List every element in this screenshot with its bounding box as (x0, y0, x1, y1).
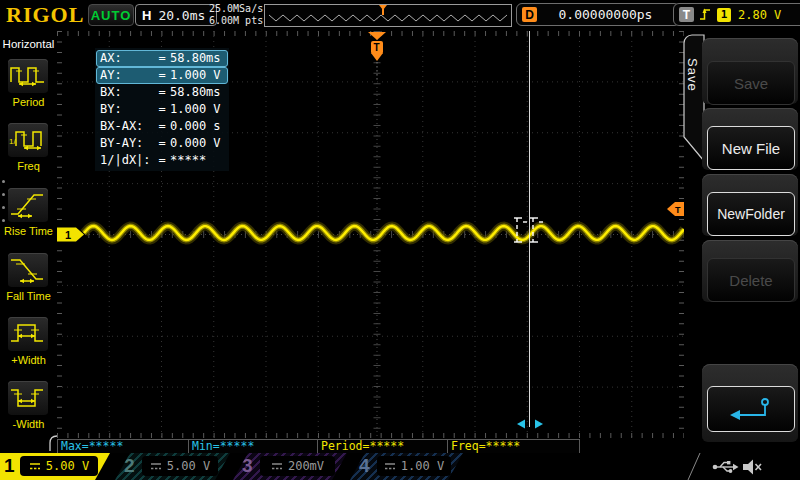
cursor-value: ***** (170, 153, 227, 168)
fall-time-icon (8, 253, 48, 287)
cursor-value: 1.000 V (170, 102, 227, 117)
graticule-display: T T 1 AX: = 58.80ms AY: = 1.000 V (57, 31, 684, 438)
horizontal-scale-box[interactable]: H 20.0ms (135, 4, 217, 26)
menu-scroll-dot (2, 219, 5, 222)
new-folder-button[interactable]: NewFolder (707, 192, 795, 236)
channel-scale: 5.00 V (46, 459, 89, 473)
ch1-offset-marker[interactable]: 1 (57, 227, 85, 243)
cursor-value: 58.80ms (170, 51, 227, 66)
dc-coupling-icon (29, 462, 41, 471)
freq-icon: 1/ (8, 123, 48, 157)
period-icon (8, 59, 48, 93)
delay-label: D (522, 7, 537, 22)
trigger-level-value: 2.80 V (738, 8, 781, 22)
rigol-logo: RIGOL (6, 2, 84, 28)
measure-item-period[interactable]: Period=***** (317, 439, 450, 454)
trigger-source-badge: 1 (717, 8, 731, 22)
menu-item-label: Rise Time (0, 225, 57, 237)
measure-item-freq[interactable]: Freq=***** (447, 439, 580, 454)
oscilloscope-screen: RIGOL AUTO H 20.0ms 25.0MSa/s 6.00M pts … (0, 0, 800, 480)
equals-sign: = (154, 51, 170, 66)
usb-icon (712, 458, 739, 476)
equals-sign: = (154, 136, 170, 151)
channel-1-tab[interactable]: 1 5.00 V (0, 453, 110, 480)
cursor-label: BY-AY: (97, 136, 154, 151)
memory-depth: 6.00M pts (209, 15, 263, 27)
cursor-label: AY: (97, 68, 154, 83)
menu-item-label: Fall Time (0, 290, 57, 302)
equals-sign: = (154, 102, 170, 117)
cursor-row-bx-ax[interactable]: BX-AX: = 0.000 s (96, 118, 228, 135)
channel-scale: 200mV (288, 459, 324, 473)
h-label: H (142, 8, 151, 23)
menu-item-label: +Width (0, 354, 57, 366)
menu-scroll-dot (2, 180, 5, 183)
cursor-readout-panel: AX: = 58.80ms AY: = 1.000 V BX: = 58.80m… (95, 48, 229, 171)
acquisition-info: 25.0MSa/s 6.00M pts (209, 3, 263, 27)
cursor-value: 0.000 s (170, 119, 227, 134)
trigger-level-label: T (675, 205, 681, 215)
run-status-badge[interactable]: AUTO (88, 4, 134, 26)
channel-number: 4 (359, 455, 370, 477)
cursor-label: BY: (97, 102, 154, 117)
minus-width-icon (8, 381, 48, 415)
cursor-value: 0.000 V (170, 136, 227, 151)
cursor-position-arrows[interactable] (517, 419, 543, 430)
cursor-label: BX: (97, 85, 154, 100)
speaker-muted-icon (742, 458, 763, 476)
measure-item-min[interactable]: Min=***** (188, 439, 320, 454)
preview-trigger-marker-icon[interactable] (377, 4, 389, 16)
equals-sign: = (154, 153, 170, 168)
new-file-button[interactable]: New File (707, 126, 795, 170)
plus-width-icon (8, 317, 48, 351)
delay-readout-box[interactable]: D 0.00000000ps (516, 3, 680, 26)
trigger-position-label: T (374, 42, 380, 53)
save-button[interactable]: Save (707, 61, 795, 105)
cursor-label: 1/|dX|: (97, 153, 154, 168)
dc-coupling-icon (271, 462, 283, 471)
return-button[interactable] (707, 386, 795, 432)
h-scale-value: 20.0ms (158, 8, 205, 23)
cursor-ab-markers[interactable] (509, 213, 553, 247)
menu-item-label: Period (0, 96, 57, 108)
trigger-level-marker[interactable]: T (667, 202, 684, 218)
channel-2-tab[interactable]: 2 5.00 V (115, 453, 230, 480)
cursor-row-inv-dx[interactable]: 1/|dX|: = ***** (96, 152, 228, 169)
return-arrow-icon (727, 396, 775, 422)
dc-coupling-icon (384, 462, 396, 471)
menu-title: Horizontal (0, 38, 57, 50)
trigger-label: T (679, 7, 694, 22)
menu-item-label: Freq (0, 160, 57, 172)
trigger-position-marker[interactable]: T (363, 31, 391, 81)
cursor-label: BX-AX: (97, 119, 154, 134)
channel-scale: 1.00 V (401, 459, 444, 473)
equals-sign: = (154, 85, 170, 100)
save-tab-label: Save (684, 58, 700, 92)
sample-rate: 25.0MSa/s (209, 3, 263, 15)
delete-button[interactable]: Delete (707, 258, 795, 302)
measure-item-max[interactable]: Max=***** (57, 439, 191, 454)
channel-3-tab[interactable]: 3 200mV (233, 453, 347, 480)
delay-value: 0.00000000ps (537, 7, 674, 22)
equals-sign: = (154, 119, 170, 134)
trigger-readout-box[interactable]: T 1 2.80 V (673, 3, 800, 26)
cursor-label: AX: (97, 51, 154, 66)
cursor-row-bx[interactable]: BX: = 58.80ms (96, 84, 228, 101)
channel-status-bar: 1 5.00 V 2 5.00 V 3 (0, 453, 800, 480)
waveform-preview-bar[interactable] (264, 4, 512, 27)
cursor-row-ax[interactable]: AX: = 58.80ms (96, 50, 228, 67)
channel-4-tab[interactable]: 4 1.00 V (350, 453, 463, 480)
cursor-row-by-ay[interactable]: BY-AY: = 0.000 V (96, 135, 228, 152)
rising-edge-icon (699, 7, 712, 22)
cursor-row-by[interactable]: BY: = 1.000 V (96, 101, 228, 118)
cursor-value: 58.80ms (170, 85, 227, 100)
channel-scale: 5.00 V (167, 459, 210, 473)
dc-coupling-icon (150, 462, 162, 471)
cursor-row-ay[interactable]: AY: = 1.000 V (96, 67, 228, 84)
menu-scroll-dot (2, 193, 5, 196)
channel-number: 1 (4, 455, 15, 477)
tab-divider (686, 453, 706, 480)
svg-text:1/: 1/ (9, 137, 16, 146)
horizontal-measure-menu: Horizontal Period (0, 30, 57, 452)
menu-item-label: -Width (0, 418, 57, 430)
